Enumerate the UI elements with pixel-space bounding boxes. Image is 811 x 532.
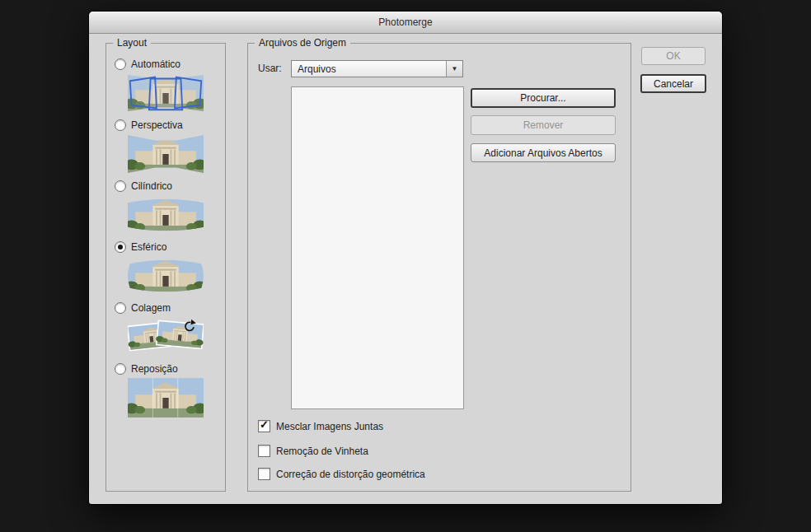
- thumbnail-perspectiva: [128, 134, 204, 174]
- layout-option-label: Reposição: [131, 363, 178, 375]
- layout-option-label: Perspectiva: [131, 119, 183, 131]
- layout-group-title: Layout: [113, 37, 151, 49]
- photomerge-dialog: Photomerge Layout Automático: [89, 12, 722, 504]
- radio-row-esferico[interactable]: Esférico: [115, 241, 225, 253]
- radio-row-automatico[interactable]: Automático: [115, 58, 225, 70]
- radio-row-reposicao[interactable]: Reposição: [115, 363, 225, 375]
- thumbnail-automatico: [128, 73, 204, 113]
- radio-cilindrico[interactable]: [115, 180, 126, 192]
- use-dropdown-value: Arquivos: [292, 63, 446, 75]
- dialog-titlebar[interactable]: Photomerge: [89, 12, 722, 34]
- blend-images-checkbox-row[interactable]: Mesclar Imagens Juntas: [258, 420, 383, 432]
- source-files-group: Arquivos de Origem Usar: Arquivos ▼ Proc…: [247, 43, 631, 492]
- checkbox-label: Remoção de Vinheta: [276, 446, 368, 457]
- vignette-removal-checkbox[interactable]: [258, 445, 270, 457]
- radio-colagem[interactable]: [115, 302, 126, 314]
- use-dropdown[interactable]: Arquivos ▼: [291, 60, 463, 77]
- cancel-button[interactable]: Cancelar: [640, 74, 706, 93]
- radio-automatico[interactable]: [115, 58, 126, 70]
- source-group-title: Arquivos de Origem: [255, 37, 350, 49]
- geometric-distortion-checkbox[interactable]: [258, 468, 270, 480]
- checkbox-label: Mesclar Imagens Juntas: [276, 421, 383, 432]
- browse-button[interactable]: Procurar...: [471, 88, 616, 108]
- remove-button[interactable]: Remover: [471, 115, 616, 135]
- radio-row-cilindrico[interactable]: Cilíndrico: [115, 180, 225, 192]
- desktop-background: Photomerge Layout Automático: [0, 0, 811, 532]
- layout-option-label: Automático: [131, 58, 180, 70]
- radio-row-perspectiva[interactable]: Perspectiva: [115, 119, 225, 131]
- checkbox-label: Correção de distorção geométrica: [276, 469, 425, 480]
- layout-option-cilindrico: Cilíndrico: [115, 180, 225, 235]
- dropdown-arrow-icon[interactable]: ▼: [446, 61, 462, 77]
- layout-option-colagem: Colagem: [115, 302, 225, 357]
- dialog-title: Photomerge: [378, 16, 432, 28]
- layout-option-reposicao: Reposição: [115, 363, 225, 418]
- radio-reposicao[interactable]: [115, 363, 126, 375]
- thumbnail-cilindrico: [128, 195, 204, 235]
- layout-option-perspectiva: Perspectiva: [115, 119, 225, 174]
- source-file-list[interactable]: [291, 86, 464, 409]
- thumbnail-reposicao: [128, 378, 204, 418]
- radio-row-colagem[interactable]: Colagem: [115, 302, 225, 314]
- add-open-files-button[interactable]: Adicionar Arquivos Abertos: [471, 143, 616, 162]
- layout-group: Layout Automático: [105, 43, 226, 492]
- geometric-distortion-checkbox-row[interactable]: Correção de distorção geométrica: [258, 468, 425, 480]
- ok-button[interactable]: OK: [641, 47, 706, 65]
- layout-option-label: Colagem: [131, 302, 171, 314]
- use-label: Usar:: [258, 63, 282, 74]
- thumbnail-colagem: [128, 317, 204, 357]
- layout-option-label: Esférico: [131, 241, 166, 253]
- blend-images-checkbox[interactable]: [258, 420, 270, 432]
- vignette-removal-checkbox-row[interactable]: Remoção de Vinheta: [258, 445, 368, 457]
- radio-esferico[interactable]: [115, 241, 126, 253]
- layout-option-esferico: Esférico: [115, 241, 225, 296]
- layout-option-label: Cilíndrico: [131, 180, 172, 192]
- radio-perspectiva[interactable]: [115, 119, 126, 131]
- thumbnail-esferico: [128, 256, 204, 296]
- layout-option-automatico: Automático: [115, 58, 225, 113]
